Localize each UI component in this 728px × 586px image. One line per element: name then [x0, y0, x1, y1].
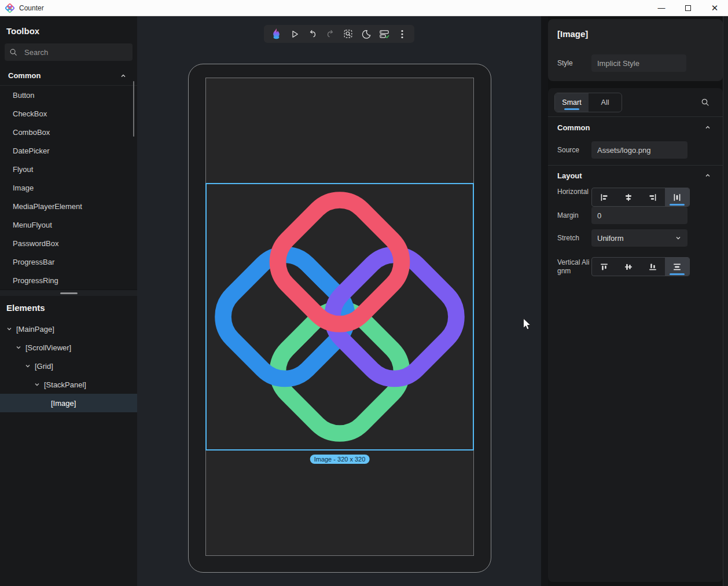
play-icon[interactable] — [288, 27, 301, 41]
title-bar: Counter — ✕ — [0, 0, 728, 16]
properties-search-icon[interactable] — [701, 98, 710, 107]
property-tabs: Smart All — [554, 93, 622, 112]
align-vertical-stretch-button[interactable] — [665, 258, 689, 276]
hot-reload-flame-icon[interactable] — [270, 27, 283, 41]
panel-splitter[interactable] — [0, 290, 137, 296]
horizontal-alignment-label: Horizontal — [557, 188, 591, 196]
vertical-alignment-group — [591, 257, 690, 276]
inspector-panel: [Image] Style Smart All — [548, 16, 723, 586]
stretch-dropdown[interactable]: Uniform — [591, 229, 687, 247]
toolbox-item-flyout[interactable]: Flyout — [0, 160, 137, 178]
chevron-down-icon[interactable] — [6, 325, 13, 332]
margin-label: Margin — [557, 211, 591, 220]
form-factor-check-icon[interactable] — [377, 27, 391, 41]
undo-icon[interactable] — [306, 27, 319, 41]
align-vertical-bottom-button[interactable] — [641, 258, 665, 276]
align-horizontal-left-button[interactable] — [592, 188, 616, 206]
toolbox-item-datepicker[interactable]: DatePicker — [0, 141, 137, 160]
splitter-grip-icon — [60, 292, 78, 294]
mouse-cursor — [523, 318, 532, 331]
selected-underline — [670, 273, 685, 276]
tree-node-mainpage[interactable]: [MainPage] — [0, 320, 137, 338]
toolbox-item-image[interactable]: Image — [0, 178, 137, 197]
window-right-gutter — [723, 16, 728, 586]
toolbox-item-passwordbox[interactable]: PasswordBox — [0, 234, 137, 252]
tree-node-scrollviewer[interactable]: [ScrollViewer] — [0, 338, 137, 357]
redo-icon[interactable] — [323, 27, 337, 41]
device-screen[interactable]: Image - 320 x 320 — [205, 78, 474, 556]
active-tab-underline — [564, 108, 579, 110]
elements-panel: Elements [MainPage] [ScrollViewer] [Grid… — [0, 296, 137, 586]
inspector-title: [Image] — [548, 19, 723, 39]
inspector-header-card: [Image] Style — [548, 19, 723, 81]
selected-image-element[interactable] — [205, 183, 474, 451]
align-vertical-center-button[interactable] — [616, 258, 641, 276]
tree-node-stackpanel[interactable]: [StackPanel] — [0, 375, 137, 394]
search-input[interactable] — [23, 47, 116, 57]
theme-moon-icon[interactable] — [359, 27, 373, 41]
toolbox-item-checkbox[interactable]: CheckBox — [0, 104, 137, 123]
zoom-selection-icon[interactable] — [341, 27, 355, 41]
toolbox-item-button[interactable]: Button — [0, 86, 137, 104]
stretch-label: Stretch — [557, 234, 591, 243]
section-layout-header[interactable]: Layout — [557, 170, 711, 181]
uno-logo-image — [207, 184, 473, 449]
left-panel: Toolbox Common Button CheckBox ComboBox … — [0, 16, 137, 586]
source-input[interactable] — [591, 141, 687, 159]
selected-underline — [670, 204, 685, 206]
style-label: Style — [557, 59, 573, 67]
style-input[interactable] — [591, 54, 686, 72]
chevron-up-icon — [120, 72, 127, 79]
close-button[interactable]: ✕ — [701, 0, 728, 16]
section-common-header[interactable]: Common — [557, 122, 711, 133]
toolbox-search[interactable] — [5, 43, 133, 61]
maximize-button[interactable] — [675, 0, 701, 16]
tree-node-image[interactable]: [Image] — [0, 394, 137, 412]
tree-node-grid[interactable]: [Grid] — [0, 357, 137, 375]
chevron-down-icon[interactable] — [15, 344, 22, 351]
vertical-alignment-label: Vertical Alignm — [557, 258, 591, 276]
source-label: Source — [557, 146, 591, 155]
toolbox-item-progressbar[interactable]: ProgressBar — [0, 252, 137, 271]
margin-input[interactable] — [591, 207, 687, 224]
tab-smart[interactable]: Smart — [555, 93, 589, 112]
toolbox-list: Button CheckBox ComboBox DatePicker Flyo… — [0, 86, 137, 290]
tab-all[interactable]: All — [589, 93, 622, 112]
horizontal-alignment-group — [591, 188, 690, 207]
canvas-toolbar — [264, 25, 414, 43]
toolbox-section-header[interactable]: Common — [0, 71, 137, 86]
selection-size-badge: Image - 320 x 320 — [310, 455, 370, 464]
app-logo-icon — [5, 3, 14, 13]
search-icon — [9, 48, 18, 57]
chevron-down-icon[interactable] — [24, 362, 31, 369]
more-options-icon[interactable] — [395, 27, 409, 41]
toolbox-scrollbar[interactable] — [133, 81, 135, 137]
align-horizontal-right-button[interactable] — [641, 188, 665, 206]
window-title: Counter — [19, 4, 44, 12]
chevron-up-icon[interactable] — [704, 124, 711, 131]
align-horizontal-stretch-button[interactable] — [665, 188, 689, 206]
device-frame: Image - 320 x 320 — [188, 64, 491, 573]
toolbox-item-mediaplayerelement[interactable]: MediaPlayerElement — [0, 197, 137, 215]
chevron-up-icon[interactable] — [704, 172, 711, 179]
minimize-button[interactable]: — — [648, 0, 675, 16]
toolbox-item-progressring[interactable]: ProgressRing — [0, 271, 137, 290]
toolbox-item-combobox[interactable]: ComboBox — [0, 123, 137, 141]
toolbox-section-label: Common — [8, 71, 120, 80]
chevron-down-icon[interactable] — [34, 381, 41, 388]
chevron-down-icon — [675, 235, 682, 241]
align-vertical-top-button[interactable] — [592, 258, 616, 276]
canvas-right-gap — [541, 16, 548, 586]
align-horizontal-center-button[interactable] — [616, 188, 641, 206]
elements-title: Elements — [0, 296, 137, 313]
toolbox-item-menuflyout[interactable]: MenuFlyout — [0, 215, 137, 234]
toolbox-title: Toolbox — [0, 16, 137, 36]
inspector-properties-card: Smart All Common Source — [548, 88, 723, 582]
design-canvas[interactable]: Image - 320 x 320 — [137, 16, 541, 586]
